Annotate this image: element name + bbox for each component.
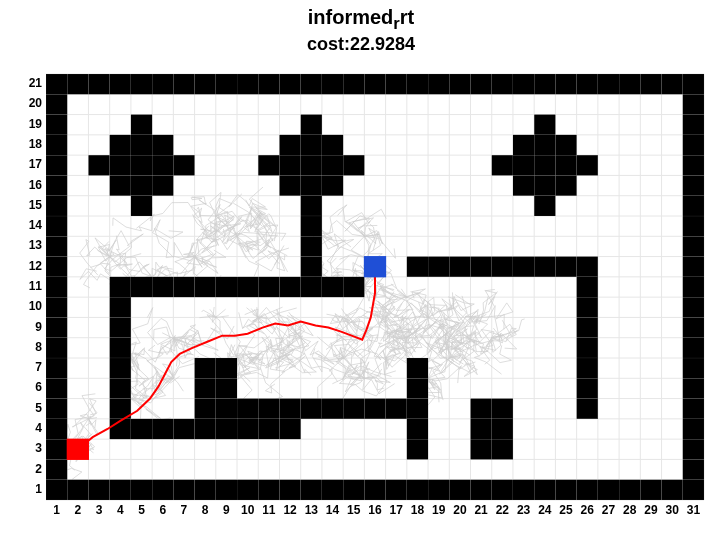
obstacle-cell [683,236,704,256]
obstacle-cell [662,74,683,94]
obstacle-cell [237,74,258,94]
obstacle-cell [279,135,300,155]
x-tick-label: 24 [538,503,552,517]
y-tick-label: 9 [20,320,42,334]
obstacle-cell [364,480,385,500]
obstacle-cell [173,74,194,94]
y-tick-label: 2 [20,462,42,476]
obstacle-cell [131,419,152,439]
obstacle-cell [449,74,470,94]
x-tick-label: 25 [559,503,573,517]
obstacle-cell [279,480,300,500]
obstacle-cell [279,175,300,195]
x-tick-label: 26 [581,503,595,517]
obstacle-cell [322,175,343,195]
obstacle-cell [46,216,67,236]
x-tick-label: 31 [687,503,701,517]
obstacle-cell [110,358,131,378]
obstacle-cell [471,399,492,419]
x-tick-label: 20 [453,503,467,517]
y-tick-label: 5 [20,401,42,415]
obstacle-cell [46,338,67,358]
obstacle-cell [683,74,704,94]
x-tick-label: 13 [305,503,319,517]
obstacle-cell [279,155,300,175]
obstacle-cell [301,74,322,94]
obstacle-cell [428,480,449,500]
obstacle-cell [534,175,555,195]
obstacle-cell [683,378,704,398]
obstacle-cell [683,175,704,195]
obstacle-cell [195,74,216,94]
obstacle-cell [67,480,88,500]
obstacle-cell [279,399,300,419]
obstacle-cell [513,135,534,155]
obstacle-cell [683,439,704,459]
obstacle-cell [322,155,343,175]
obstacle-cell [492,74,513,94]
x-tick-label: 21 [474,503,488,517]
obstacle-cell [258,399,279,419]
x-tick-label: 22 [496,503,510,517]
obstacle-cell [216,399,237,419]
obstacle-cell [46,297,67,317]
obstacle-cell [534,480,555,500]
x-tick-label: 2 [74,503,81,517]
subtitle-value: 22.9284 [350,34,415,54]
obstacle-cell [110,155,131,175]
obstacle-cell [301,257,322,277]
obstacle-cell [513,74,534,94]
obstacle-cell [683,480,704,500]
obstacle-cell [555,74,576,94]
obstacle-cell [173,419,194,439]
obstacle-cell [173,155,194,175]
obstacle-cell [258,277,279,297]
y-tick-label: 17 [20,157,42,171]
obstacle-cell [683,297,704,317]
x-tick-label: 12 [283,503,297,517]
y-tick-label: 15 [20,198,42,212]
obstacle-cell [152,419,173,439]
obstacle-cell [513,175,534,195]
obstacle-cell [492,155,513,175]
obstacle-cell [619,74,640,94]
x-tick-label: 17 [390,503,404,517]
obstacle-cell [195,419,216,439]
obstacle-cell [577,155,598,175]
obstacle-cell [513,155,534,175]
x-tick-label: 5 [138,503,145,517]
obstacle-cell [237,419,258,439]
x-tick-label: 11 [262,503,276,517]
obstacle-cell [577,480,598,500]
y-tick-label: 8 [20,340,42,354]
obstacle-cell [683,338,704,358]
obstacle-cell [173,480,194,500]
obstacle-cell [131,155,152,175]
obstacle-cell [683,399,704,419]
goal-marker [364,256,386,277]
obstacle-cell [131,115,152,135]
obstacle-cell [88,74,109,94]
x-tick-label: 27 [602,503,616,517]
y-tick-label: 19 [20,117,42,131]
obstacle-cell [152,155,173,175]
obstacle-cell [258,155,279,175]
obstacle-cell [386,74,407,94]
obstacle-cell [46,257,67,277]
y-tick-label: 12 [20,259,42,273]
obstacle-cell [67,74,88,94]
obstacle-cell [46,74,67,94]
obstacle-cell [577,399,598,419]
obstacle-cell [577,277,598,297]
obstacle-cell [577,338,598,358]
obstacle-cell [258,74,279,94]
obstacle-cell [407,378,428,398]
obstacle-cell [343,74,364,94]
obstacle-cell [131,74,152,94]
obstacle-cell [46,175,67,195]
obstacle-cell [110,297,131,317]
obstacle-cell [534,115,555,135]
obstacle-cell [407,358,428,378]
plot-svg: 1234567891011121314151617181920212223242… [46,72,706,522]
obstacle-cell [216,74,237,94]
